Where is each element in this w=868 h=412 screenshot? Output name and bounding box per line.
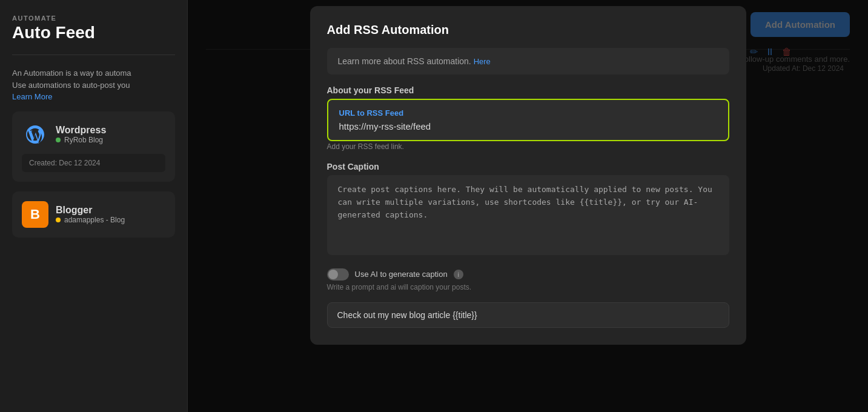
rss-feed-box[interactable]: URL to RSS Feed https://my-rss-site/feed [327,99,729,141]
modal-title: Add RSS Automation [327,23,729,37]
wordpress-sub: RyRob Blog [64,136,103,144]
caption-input[interactable] [327,302,729,328]
ai-toggle-label: Use AI to generate caption [355,270,448,279]
wordpress-name: Wordpress [56,125,106,136]
wordpress-status-dot [56,138,61,142]
rss-section-label: About your RSS Feed [327,85,729,95]
blogger-status-dot [56,218,61,222]
modal-overlay: Add RSS Automation Learn more about RSS … [188,0,868,412]
sidebar-label: AUTOMATE [12,15,175,22]
caption-section: Post Caption [327,162,729,258]
blogger-sub: adamapples - Blog [64,216,125,224]
learn-more-link[interactable]: Learn More [12,92,52,101]
caption-textarea[interactable] [327,175,729,255]
add-rss-modal: Add RSS Automation Learn more about RSS … [310,6,746,345]
ai-toggle[interactable] [327,268,349,281]
wordpress-card: Wordpress RyRob Blog Created: Dec 12 202… [12,111,175,182]
rss-feed-hint: Add your RSS feed link. [327,142,729,151]
wordpress-icon [22,121,48,148]
ai-toggle-section: Use AI to generate caption i Write a pro… [327,268,729,291]
sidebar-description: An Automation is a way to automaUse auto… [12,67,175,91]
sidebar-divider [12,55,175,55]
ai-info-icon[interactable]: i [454,270,463,279]
blogger-icon: B [22,201,48,228]
rss-section: About your RSS Feed URL to RSS Feed http… [327,85,729,151]
ai-toggle-sub: Write a prompt and ai will caption your … [327,283,729,291]
blogger-name: Blogger [56,205,125,216]
main-content: Add Automation ↺ ✏ ⏸ 🗑 Updated At: Dec 1… [188,0,868,412]
here-link[interactable]: Here [474,57,491,66]
sidebar: AUTOMATE Auto Feed An Automation is a wa… [0,0,188,412]
rss-feed-value: https://my-rss-site/feed [339,121,717,131]
sidebar-title: Auto Feed [12,23,175,42]
rss-feed-label: URL to RSS Feed [339,108,717,118]
info-text: Learn more about RSS automation. [338,56,471,66]
info-box: Learn more about RSS automation. Here [327,48,729,75]
caption-section-label: Post Caption [327,162,729,171]
toggle-knob [328,270,338,279]
blogger-card: B Blogger adamapples - Blog [12,191,175,238]
wordpress-created-date: Created: Dec 12 2024 [22,154,165,172]
